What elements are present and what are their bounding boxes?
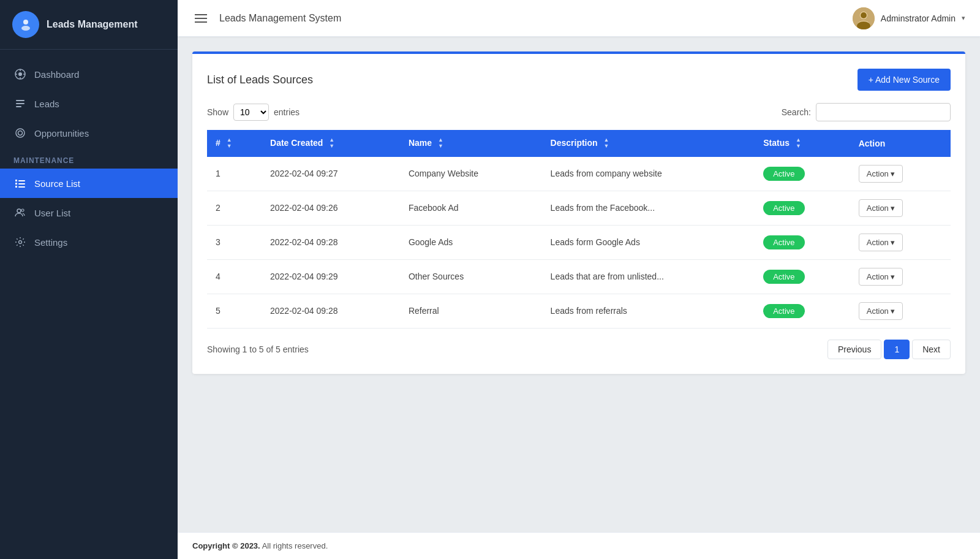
cell-num: 5 — [207, 294, 262, 328]
sidebar: Leads Management Dashboard — [0, 0, 178, 559]
cell-action: Action ▾ — [850, 259, 951, 294]
action-button[interactable]: Action ▾ — [859, 268, 903, 286]
settings-label: Settings — [34, 237, 67, 248]
table-controls: Show 10 25 50 100 entries Search: — [207, 103, 951, 121]
svg-point-1 — [23, 20, 28, 25]
svg-point-20 — [17, 209, 21, 213]
col-description[interactable]: Description ▲▼ — [542, 130, 755, 157]
sidebar-item-settings[interactable]: Settings — [0, 227, 178, 257]
dashboard-label: Dashboard — [34, 69, 79, 80]
search-input[interactable] — [816, 103, 951, 121]
table-row: 4 2022-02-04 09:29 Other Sources Leads t… — [207, 259, 951, 294]
entries-info: Showing 1 to 5 of 5 entries — [207, 344, 309, 354]
svg-point-12 — [16, 129, 24, 137]
topbar: Leads Management System Adminstrator Adm… — [178, 0, 980, 37]
col-action: Action — [850, 130, 951, 157]
svg-rect-17 — [18, 183, 25, 184]
cell-status: Active — [755, 191, 850, 225]
topbar-right: Adminstrator Admin ▾ — [853, 7, 965, 29]
cell-date: 2022-02-04 09:28 — [262, 294, 400, 328]
svg-rect-19 — [18, 186, 25, 188]
svg-point-4 — [18, 72, 22, 76]
page-content: List of Leads Sources + Add New Source S… — [178, 37, 980, 532]
search-area: Search: — [782, 103, 951, 121]
show-entries: Show 10 25 50 100 entries — [207, 104, 300, 121]
hamburger-icon[interactable] — [192, 12, 209, 25]
dashboard-icon — [13, 67, 27, 81]
sidebar-nav: Dashboard Leads — [0, 50, 178, 559]
cell-date: 2022-02-04 09:29 — [262, 259, 400, 294]
main-card: List of Leads Sources + Add New Source S… — [192, 51, 965, 374]
leads-label: Leads — [34, 99, 59, 109]
svg-rect-14 — [15, 180, 17, 181]
cell-status: Active — [755, 225, 850, 259]
footer-rights: All rights reserved. — [262, 541, 328, 550]
cell-description: Leads from referrals — [542, 294, 755, 328]
users-icon — [13, 206, 27, 219]
action-button[interactable]: Action ▾ — [859, 234, 903, 251]
col-num[interactable]: # ▲▼ — [207, 130, 262, 157]
user-list-label: User List — [34, 208, 70, 218]
entries-label: entries — [274, 107, 300, 117]
cell-description: Leads from the Facebook... — [542, 191, 755, 225]
sidebar-item-opportunities[interactable]: Opportunities — [0, 118, 178, 148]
status-badge: Active — [763, 304, 804, 318]
svg-point-22 — [19, 241, 22, 244]
pagination: Previous 1 Next — [827, 340, 951, 359]
sidebar-logo: Leads Management — [0, 0, 178, 50]
svg-rect-15 — [18, 180, 25, 181]
sidebar-item-leads[interactable]: Leads — [0, 89, 178, 118]
col-date-created[interactable]: Date Created ▲▼ — [262, 130, 400, 157]
table-row: 3 2022-02-04 09:28 Google Ads Leads form… — [207, 225, 951, 259]
logo-icon — [12, 11, 39, 38]
svg-rect-9 — [16, 100, 24, 101]
table-row: 5 2022-02-04 09:28 Referral Leads from r… — [207, 294, 951, 328]
cell-num: 1 — [207, 157, 262, 191]
cell-name: Google Ads — [400, 225, 542, 259]
admin-name: Adminstrator Admin — [881, 13, 956, 23]
cell-name: Facebook Ad — [400, 191, 542, 225]
col-name[interactable]: Name ▲▼ — [400, 130, 542, 157]
cell-date: 2022-02-04 09:26 — [262, 191, 400, 225]
status-badge: Active — [763, 201, 804, 215]
topbar-left: Leads Management System — [192, 12, 341, 25]
action-button[interactable]: Action ▾ — [859, 165, 903, 183]
status-badge: Active — [763, 235, 804, 249]
cell-action: Action ▾ — [850, 225, 951, 259]
table-row: 2 2022-02-04 09:26 Facebook Ad Leads fro… — [207, 191, 951, 225]
entries-select[interactable]: 10 25 50 100 — [233, 104, 269, 121]
cell-description: Leads that are from unlisted... — [542, 259, 755, 294]
cell-description: Leads from company website — [542, 157, 755, 191]
opportunities-label: Opportunities — [34, 128, 89, 139]
sidebar-item-dashboard[interactable]: Dashboard — [0, 59, 178, 89]
col-status[interactable]: Status ▲▼ — [755, 130, 850, 157]
cell-name: Other Sources — [400, 259, 542, 294]
source-list-label: Source List — [34, 178, 80, 189]
admin-chevron-icon[interactable]: ▾ — [962, 14, 965, 22]
cell-num: 3 — [207, 225, 262, 259]
svg-point-21 — [21, 209, 24, 211]
svg-point-13 — [18, 131, 23, 135]
svg-point-26 — [861, 12, 867, 18]
table-body: 1 2022-02-04 09:27 Company Website Leads… — [207, 157, 951, 329]
page-1-button[interactable]: 1 — [884, 340, 910, 359]
cell-name: Company Website — [400, 157, 542, 191]
svg-rect-11 — [16, 106, 21, 107]
status-badge: Active — [763, 270, 804, 284]
sidebar-item-source-list[interactable]: Source List — [0, 169, 178, 198]
add-new-source-button[interactable]: + Add New Source — [858, 69, 951, 91]
action-button[interactable]: Action ▾ — [859, 199, 903, 217]
previous-button[interactable]: Previous — [827, 340, 881, 359]
cell-action: Action ▾ — [850, 157, 951, 191]
app-name: Leads Management — [47, 19, 137, 30]
list-icon — [13, 177, 27, 190]
next-button[interactable]: Next — [912, 340, 951, 359]
card-header: List of Leads Sources + Add New Source — [207, 69, 951, 91]
sidebar-item-user-list[interactable]: User List — [0, 198, 178, 227]
cell-name: Referral — [400, 294, 542, 328]
cell-status: Active — [755, 259, 850, 294]
avatar — [853, 7, 875, 29]
action-button[interactable]: Action ▾ — [859, 302, 903, 320]
cell-num: 2 — [207, 191, 262, 225]
main-area: Leads Management System Adminstrator Adm… — [178, 0, 980, 559]
